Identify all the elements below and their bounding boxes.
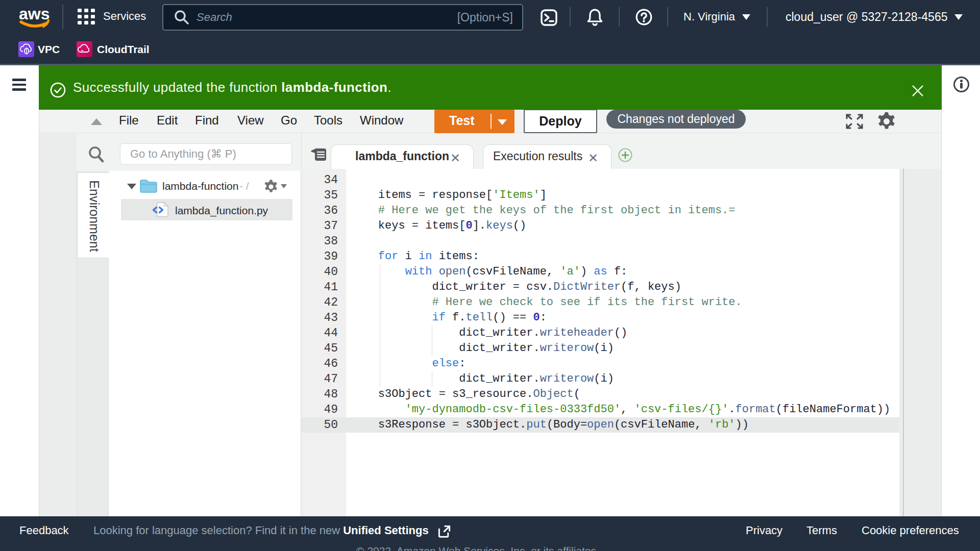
svg-text:aws: aws bbox=[19, 5, 50, 23]
